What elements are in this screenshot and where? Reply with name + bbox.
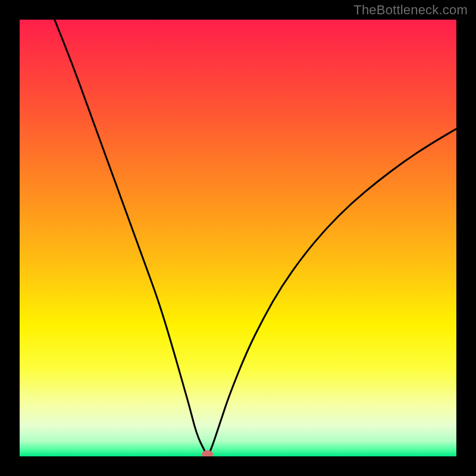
watermark-text: TheBottleneck.com [353, 2, 468, 18]
chart-frame: TheBottleneck.com [0, 0, 476, 476]
bottleneck-chart [20, 20, 456, 456]
plot-area [20, 20, 456, 456]
gradient-background [20, 20, 456, 456]
